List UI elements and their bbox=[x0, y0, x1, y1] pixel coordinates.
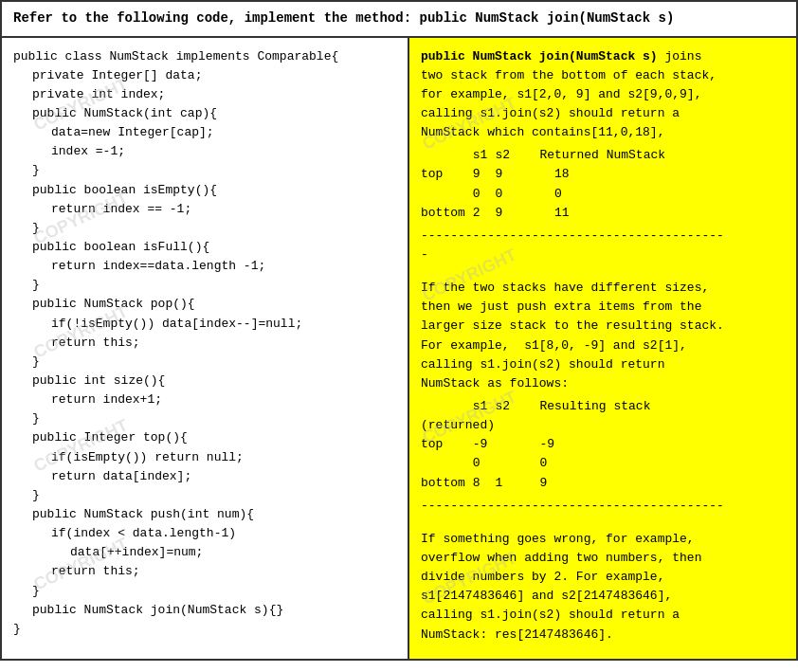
stack-table-1: s1 s2 Returned NumStack top 9 9 18 0 0 0 bbox=[421, 146, 673, 223]
header: Refer to the following code, implement t… bbox=[0, 0, 798, 38]
table-row: bottom 8 1 9 bbox=[421, 474, 658, 493]
code-line-22: return data[index]; bbox=[13, 467, 396, 486]
code-line-4: data=new Integer[cap]; bbox=[13, 123, 396, 142]
right-description-1: public NumStack join(NumStack s) joins t… bbox=[421, 47, 785, 143]
table-row: top -9 -9 bbox=[421, 435, 658, 454]
code-line-30: } bbox=[13, 620, 396, 639]
code-line-13: public NumStack pop(){ bbox=[13, 295, 396, 314]
code-line-11: return index==data.length -1; bbox=[13, 257, 396, 276]
right-description-2: If the two stacks have different sizes, … bbox=[421, 279, 785, 393]
code-line-15: return this; bbox=[13, 334, 396, 353]
right-panel: COPYRIGHT COPYRIGHT COPYRIGHT COPYRIGHT … bbox=[409, 38, 796, 659]
divider-2: ----------------------------------------… bbox=[421, 497, 785, 516]
code-line-20: public Integer top(){ bbox=[13, 428, 396, 447]
divider-dash: - bbox=[421, 245, 785, 264]
code-line-10: public boolean isFull(){ bbox=[13, 238, 396, 257]
code-line-21: if(isEmpty()) return null; bbox=[13, 448, 396, 467]
code-line-5: index =-1; bbox=[13, 142, 396, 161]
code-line-29: public NumStack join(NumStack s){} bbox=[13, 601, 396, 620]
code-line-9: } bbox=[13, 219, 396, 238]
code-line-3: public NumStack(int cap){ bbox=[13, 104, 396, 123]
code-line-23: } bbox=[13, 486, 396, 505]
code-line-18: return index+1; bbox=[13, 390, 396, 409]
code-line-12: } bbox=[13, 276, 396, 295]
table-row: 0 0 bbox=[421, 454, 658, 473]
stack-table-2: s1 s2 Resulting stack (returned) top -9 … bbox=[421, 397, 658, 493]
table-row: (returned) bbox=[421, 416, 658, 435]
table-row: 0 0 0 bbox=[421, 185, 673, 204]
code-line-2: private int index; bbox=[13, 85, 396, 104]
header-method: public NumStack join(NumStack s) bbox=[419, 10, 674, 26]
code-line-28: } bbox=[13, 582, 396, 601]
code-line-19: } bbox=[13, 409, 396, 428]
left-panel: COPYRIGHT COPYRIGHT COPYRIGHT COPYRIGHT … bbox=[2, 38, 409, 659]
table-row: s1 s2 Resulting stack bbox=[421, 397, 658, 416]
main-container: COPYRIGHT COPYRIGHT COPYRIGHT COPYRIGHT … bbox=[0, 38, 798, 661]
code-line-16: } bbox=[13, 353, 396, 372]
right-description-3: If something goes wrong, for example, ov… bbox=[421, 530, 785, 645]
table2-container: s1 s2 Resulting stack (returned) top -9 … bbox=[421, 397, 785, 493]
table-row: s1 s2 Returned NumStack bbox=[421, 146, 673, 165]
table-row: top 9 9 18 bbox=[421, 165, 673, 184]
header-text: Refer to the following code, implement t… bbox=[13, 10, 419, 26]
code-line-25: if(index < data.length-1) bbox=[13, 524, 396, 543]
code-line-27: return this; bbox=[13, 562, 396, 581]
code-line-24: public NumStack push(int num){ bbox=[13, 505, 396, 524]
code-line-8: return index == -1; bbox=[13, 200, 396, 219]
code-line-6: } bbox=[13, 161, 396, 180]
table-row: bottom 2 9 11 bbox=[421, 204, 673, 223]
code-line-7: public boolean isEmpty(){ bbox=[13, 181, 396, 200]
code-line-17: public int size(){ bbox=[13, 372, 396, 390]
code-line-14: if(!isEmpty()) data[index--]=null; bbox=[13, 315, 396, 334]
code-line-1: private Integer[] data; bbox=[13, 66, 396, 85]
code-line-0: public class NumStack implements Compara… bbox=[13, 47, 396, 66]
code-line-26: data[++index]=num; bbox=[13, 543, 396, 562]
divider-1: ----------------------------------------… bbox=[421, 227, 785, 245]
table1-container: s1 s2 Returned NumStack top 9 9 18 0 0 0 bbox=[421, 146, 785, 223]
